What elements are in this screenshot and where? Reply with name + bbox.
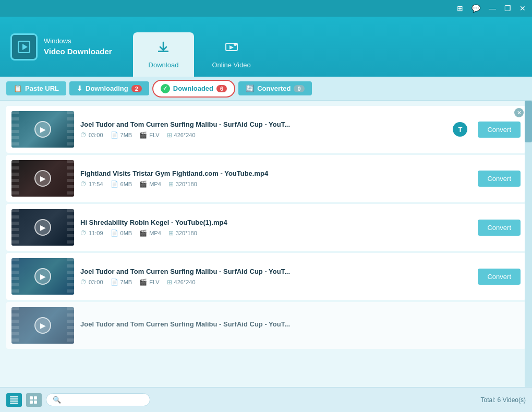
film-strip-left <box>11 209 19 246</box>
svg-rect-13 <box>34 401 37 404</box>
convert-button[interactable]: Convert <box>478 220 521 236</box>
video-info: Joel Tudor and Tom Curren Surfing Malibu… <box>80 320 521 331</box>
meta-resolution: ⊞ 426*240 <box>167 278 196 286</box>
play-button[interactable]: ▶ <box>34 170 51 187</box>
meta-size: 📄 7MB <box>111 131 132 139</box>
chat-icon: 💬 <box>469 4 482 13</box>
video-thumbnail[interactable]: ▶ <box>11 111 74 148</box>
format-icon: 🎬 <box>139 131 147 139</box>
convert-button[interactable]: Convert <box>478 269 521 285</box>
grid-view-button[interactable] <box>26 393 42 407</box>
downloading-button[interactable]: ⬇ Downloading 2 <box>69 81 149 95</box>
film-strip-right <box>67 160 74 197</box>
play-button[interactable]: ▶ <box>34 317 51 334</box>
resolution-icon: ⊞ <box>167 131 172 139</box>
video-item-0: ▶ Joel Tudor and Tom Curren Surfing Mali… <box>6 106 526 153</box>
converted-button[interactable]: 🔄 Converted 0 <box>238 81 311 95</box>
taskbar-icon1: ⊞ <box>455 4 465 13</box>
video-thumbnail[interactable]: ▶ <box>11 258 74 295</box>
convert-button[interactable]: Convert <box>478 171 521 187</box>
file-icon: 📄 <box>111 278 118 286</box>
video-info: Fightland Visits Tristar Gym Fightland.c… <box>80 169 471 188</box>
meta-size: 📄 6MB <box>111 180 132 188</box>
svg-marker-5 <box>229 45 234 50</box>
meta-size: 📄 0MB <box>111 229 132 237</box>
play-button[interactable]: ▶ <box>34 219 51 236</box>
play-button[interactable]: ▶ <box>34 268 51 285</box>
tab-online-video[interactable]: Online Video <box>196 32 266 77</box>
resolution-icon: ⊞ <box>168 180 174 188</box>
list-view-button[interactable] <box>6 393 22 407</box>
film-strip-left <box>11 307 19 344</box>
film-strip-right <box>67 111 74 148</box>
logo-icon <box>10 33 38 60</box>
film-strip-left <box>11 160 19 197</box>
play-button[interactable]: ▶ <box>34 121 51 138</box>
scrollbar-track[interactable] <box>525 101 532 387</box>
downloaded-badge: 6 <box>216 85 227 92</box>
meta-format: 🎬 FLV <box>139 278 159 286</box>
paste-url-button[interactable]: 📋 Paste URL <box>6 81 66 95</box>
format-icon: 🎬 <box>139 229 147 237</box>
scrollbar-thumb[interactable] <box>525 101 532 142</box>
close-window-button[interactable]: ✕ <box>517 4 528 13</box>
svg-rect-11 <box>34 396 37 399</box>
video-meta: ⏱ 03:00 📄 7MB 🎬 FLV ⊞ 426*240 <box>80 278 471 286</box>
svg-rect-8 <box>10 401 18 402</box>
nav-tabs: Download Online Video <box>133 17 267 77</box>
file-icon: 📄 <box>111 131 118 139</box>
maximize-button[interactable]: ❐ <box>502 4 513 13</box>
meta-resolution: ⊞ 320*180 <box>168 229 197 237</box>
video-title: Joel Tudor and Tom Curren Surfing Malibu… <box>80 320 521 328</box>
meta-resolution: ⊞ 320*180 <box>168 180 197 188</box>
file-icon: 📄 <box>111 229 118 237</box>
paste-icon: 📋 <box>14 84 22 92</box>
film-strip-right <box>67 209 74 246</box>
minimize-button[interactable]: — <box>487 4 498 13</box>
meta-duration: ⏱ 11:09 <box>80 229 103 237</box>
film-strip-right <box>67 307 74 344</box>
video-item-2: ▶ Hi Shredability Robin Kegel - YouTube(… <box>6 204 526 251</box>
search-input[interactable] <box>64 396 142 404</box>
downloaded-button[interactable]: ✓ Downloaded 6 <box>152 80 235 98</box>
film-strip-left <box>11 111 19 148</box>
video-item-1: ▶ Fightland Visits Tristar Gym Fightland… <box>6 155 526 202</box>
bottombar: 🔍 Total: 6 Video(s) <box>0 387 532 412</box>
paste-url-label: Paste URL <box>25 84 59 92</box>
svg-rect-7 <box>10 398 18 399</box>
video-thumbnail[interactable]: ▶ <box>11 160 74 197</box>
meta-resolution: ⊞ 426*240 <box>167 131 196 139</box>
download-tab-icon <box>156 40 171 58</box>
close-item-button[interactable]: ✕ <box>514 108 524 117</box>
meta-duration: ⏱ 03:00 <box>80 131 103 139</box>
total-label: Total: 6 Video(s) <box>481 396 526 404</box>
tab-download[interactable]: Download <box>133 32 195 77</box>
app-logo: Windows Video Downloader <box>0 33 123 60</box>
convert-button[interactable]: Convert <box>478 122 521 138</box>
converted-badge: 0 <box>294 85 304 92</box>
search-box[interactable]: 🔍 <box>46 393 150 406</box>
clock-icon: ⏱ <box>80 180 87 188</box>
downloaded-label: Downloaded <box>173 84 213 92</box>
svg-rect-10 <box>30 396 33 399</box>
clock-icon: ⏱ <box>80 278 87 286</box>
downloading-icon: ⬇ <box>77 84 82 92</box>
film-strip-right <box>67 258 74 295</box>
video-title: Joel Tudor and Tom Curren Surfing Malibu… <box>80 120 446 128</box>
resolution-icon: ⊞ <box>167 278 172 286</box>
video-title: Fightland Visits Tristar Gym Fightland.c… <box>80 169 471 177</box>
video-title: Joel Tudor and Tom Curren Surfing Malibu… <box>80 268 471 275</box>
video-item-3: ▶ Joel Tudor and Tom Curren Surfing Mali… <box>6 253 526 300</box>
video-list: ▶ Joel Tudor and Tom Curren Surfing Mali… <box>0 101 532 387</box>
svg-point-4 <box>234 43 237 46</box>
resolution-icon: ⊞ <box>168 229 174 237</box>
search-icon: 🔍 <box>53 396 61 404</box>
video-thumbnail[interactable]: ▶ <box>11 307 74 344</box>
download-tab-label: Download <box>149 61 179 69</box>
meta-duration: ⏱ 17:54 <box>80 180 103 188</box>
online-video-tab-label: Online Video <box>212 61 250 69</box>
titlebar-controls: ⊞ 💬 — ❐ ✕ <box>455 4 528 13</box>
app-title-line2: Video Downloader <box>44 47 112 56</box>
video-thumbnail[interactable]: ▶ <box>11 209 74 246</box>
svg-rect-12 <box>30 401 33 404</box>
